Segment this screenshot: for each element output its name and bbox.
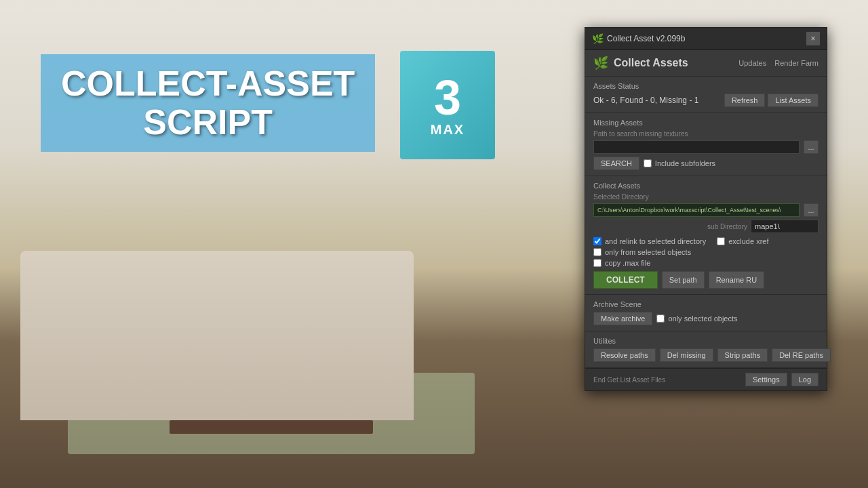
rename-ru-button[interactable]: Rename RU bbox=[709, 271, 765, 289]
selected-directory-label: Selected Directory bbox=[593, 193, 818, 201]
dialog-title-icon: 🌿 bbox=[592, 33, 603, 44]
render-farm-link[interactable]: Render Farm bbox=[774, 59, 818, 67]
assets-status-text: Ok - 6, Found - 0, Missing - 1 bbox=[593, 96, 698, 105]
include-subfolders-label[interactable]: Include subfolders bbox=[644, 159, 715, 167]
archive-row: Make archive only selected objects bbox=[593, 312, 818, 325]
utilites-label: Utilites bbox=[593, 337, 818, 345]
title-banner: COLLECT-ASSET SCRIPT bbox=[41, 54, 375, 152]
max-logo-number: 3 bbox=[434, 73, 461, 122]
header-links: Updates Render Farm bbox=[738, 59, 818, 67]
footer-end-text: End Get List Asset Files bbox=[593, 376, 665, 384]
del-missing-button[interactable]: Del missing bbox=[660, 348, 713, 362]
only-selected-archive-label[interactable]: only selected objects bbox=[656, 314, 737, 323]
logo-area: 🌿 Collect Assets bbox=[593, 56, 688, 70]
copy-max-row: copy .max file bbox=[593, 259, 818, 267]
dialog-close-button[interactable]: × bbox=[806, 32, 820, 45]
resolve-paths-button[interactable]: Resolve paths bbox=[593, 348, 656, 362]
directory-input[interactable] bbox=[593, 203, 800, 217]
exclude-xref-label[interactable]: exclude xref bbox=[717, 237, 768, 245]
subdir-label: sub Directory bbox=[707, 223, 747, 230]
only-selected-archive-checkbox[interactable] bbox=[656, 314, 665, 323]
logo-text: Collect Assets bbox=[614, 57, 688, 69]
missing-assets-section: Missing Assets Path to search missing te… bbox=[585, 113, 827, 176]
log-button[interactable]: Log bbox=[791, 373, 818, 386]
exclude-xref-checkbox[interactable] bbox=[717, 237, 725, 245]
footer-buttons: Settings Log bbox=[745, 373, 818, 386]
assets-status-row: Ok - 6, Found - 0, Missing - 1 Refresh L… bbox=[593, 94, 818, 107]
coffee-table-decoration bbox=[170, 420, 373, 434]
utilites-buttons-row: Resolve paths Del missing Strip paths De… bbox=[593, 348, 818, 362]
list-assets-button[interactable]: List Assets bbox=[768, 94, 818, 107]
title-line2: SCRIPT bbox=[61, 103, 355, 142]
only-selected-checkbox[interactable] bbox=[593, 248, 601, 256]
only-selected-label[interactable]: only from selected objects bbox=[593, 248, 691, 256]
strip-paths-button[interactable]: Strip paths bbox=[717, 348, 768, 362]
logo-icon: 🌿 bbox=[593, 56, 608, 70]
archive-scene-section: Archive Scene Make archive only selected… bbox=[585, 295, 827, 331]
3ds-max-logo: 3 MAX bbox=[400, 51, 495, 159]
del-re-paths-button[interactable]: Del RE paths bbox=[772, 348, 831, 362]
copy-max-label[interactable]: copy .max file bbox=[593, 259, 650, 267]
subdir-input[interactable] bbox=[751, 220, 818, 233]
directory-row: ... bbox=[593, 203, 818, 217]
search-row: SEARCH Include subfolders bbox=[593, 157, 818, 170]
collect-asset-dialog: 🌿 Collect Asset v2.099b × 🌿 Collect Asse… bbox=[585, 27, 827, 391]
dialog-titlebar: 🌿 Collect Asset v2.099b × bbox=[585, 28, 827, 50]
utilites-section: Utilites Resolve paths Del missing Strip… bbox=[585, 331, 827, 368]
search-button[interactable]: SEARCH bbox=[593, 157, 639, 170]
only-selected-row: only from selected objects bbox=[593, 248, 818, 256]
copy-max-text: copy .max file bbox=[605, 259, 650, 267]
titlebar-left: 🌿 Collect Asset v2.099b bbox=[592, 33, 685, 44]
settings-button[interactable]: Settings bbox=[745, 373, 787, 386]
collect-assets-section: Collect Assets Selected Directory ... su… bbox=[585, 176, 827, 295]
missing-assets-label: Missing Assets bbox=[593, 119, 818, 127]
sofa-decoration bbox=[20, 251, 414, 420]
collect-buttons-row: COLLECT Set path Rename RU bbox=[593, 271, 818, 289]
dialog-header: 🌿 Collect Assets Updates Render Farm bbox=[585, 50, 827, 77]
collect-button[interactable]: COLLECT bbox=[593, 271, 658, 289]
max-logo-label: MAX bbox=[431, 122, 465, 138]
relink-row: and relink to selected directory exclude… bbox=[593, 237, 818, 245]
missing-path-browse-button[interactable]: ... bbox=[804, 140, 818, 154]
make-archive-button[interactable]: Make archive bbox=[593, 312, 652, 325]
dialog-footer: End Get List Asset Files Settings Log bbox=[585, 368, 827, 390]
path-row: ... bbox=[593, 140, 818, 154]
relink-checkbox-label[interactable]: and relink to selected directory bbox=[593, 237, 706, 245]
only-selected-archive-text: only selected objects bbox=[668, 314, 737, 323]
include-subfolders-checkbox[interactable] bbox=[644, 159, 652, 167]
dialog-title-text: Collect Asset v2.099b bbox=[607, 34, 685, 43]
path-to-search-label: Path to search missing textures bbox=[593, 130, 818, 138]
missing-path-input[interactable] bbox=[593, 140, 800, 154]
only-selected-text: only from selected objects bbox=[605, 248, 691, 256]
relink-checkbox[interactable] bbox=[593, 237, 601, 245]
updates-link[interactable]: Updates bbox=[738, 59, 766, 67]
copy-max-checkbox[interactable] bbox=[593, 259, 601, 267]
archive-scene-label: Archive Scene bbox=[593, 300, 818, 308]
include-subfolders-text: Include subfolders bbox=[655, 159, 715, 167]
subdir-row: sub Directory bbox=[593, 220, 818, 233]
relink-text: and relink to selected directory bbox=[605, 237, 706, 245]
collect-assets-label: Collect Assets bbox=[593, 182, 818, 190]
title-overlay: COLLECT-ASSET SCRIPT bbox=[41, 54, 375, 159]
refresh-button[interactable]: Refresh bbox=[724, 94, 766, 107]
assets-status-label: Assets Status bbox=[593, 82, 818, 90]
directory-browse-button[interactable]: ... bbox=[804, 203, 818, 217]
exclude-xref-text: exclude xref bbox=[728, 237, 768, 245]
title-line1: COLLECT-ASSET bbox=[61, 64, 355, 103]
set-path-button[interactable]: Set path bbox=[662, 271, 705, 289]
assets-status-section: Assets Status Ok - 6, Found - 0, Missing… bbox=[585, 77, 827, 113]
